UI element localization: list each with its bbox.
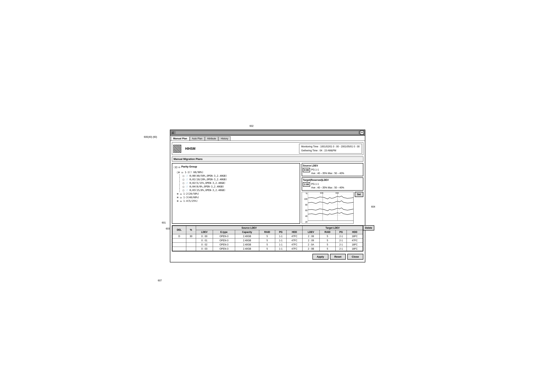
title-bar: 🖨 ✕	[170, 130, 365, 135]
chart-annotation-606: 606	[335, 192, 339, 194]
list-item[interactable]: □ 📄 0;02(5/15%,OPEN-3,2.40GB)	[179, 181, 298, 185]
delete-button[interactable]: Delete	[363, 225, 374, 230]
source-stats: Ave : 40→35% Max : 50→40%	[311, 172, 344, 175]
source-time-badge: 0:00	[303, 168, 310, 172]
main-window: 🖨 ✕ Manual Plan Auto Plan Attribute Hist…	[170, 130, 365, 262]
cell-t-hdd: 18FC	[347, 243, 363, 247]
main-panels: □⊡ 🗂 Parity Group □⊟ 🗂 1-1(! 60/90%) □ 📄…	[172, 163, 363, 224]
col-del: DEL	[172, 226, 186, 234]
list-item[interactable]: □ 📄 0;04(0/0%,OPEN-3,2.40GB)	[179, 185, 298, 188]
cell-t-hdd: 47FC	[347, 238, 363, 243]
col-raid: RAID	[259, 230, 275, 234]
annotation-603: 603	[166, 227, 170, 230]
tab-auto-plan[interactable]: Auto Plan	[190, 136, 205, 140]
cell-pct	[186, 243, 196, 247]
chart-label-80: 80	[302, 204, 307, 206]
tree-item-label: 0;02(5/15%,OPEN-3,2.40GB)	[189, 182, 226, 184]
set-button[interactable]: Set	[355, 192, 363, 197]
apply-button[interactable]: Apply	[312, 254, 328, 260]
file-icon: □	[183, 185, 184, 188]
reset-button[interactable]: Reset	[330, 254, 346, 260]
monitoring-time-value: 1001/02/01 0 : 00 - 2001/05/01 0 : 00	[320, 145, 360, 148]
cell-t-ldev: 2 : 0A	[302, 243, 320, 247]
cell-t-pg: 2-1	[335, 243, 347, 247]
cell-t-ldev: 2 : 0B	[302, 247, 320, 251]
cell-t-ldev: 2 : 08	[302, 234, 320, 238]
tab-history[interactable]: History	[219, 136, 230, 140]
tree-expand-icon-1-1: □⊟	[177, 171, 180, 174]
tree-expand-icon: ⊞	[177, 200, 178, 202]
tree-expand-icon: ⊞	[177, 192, 178, 195]
cell-s-hdd: 47FC	[286, 243, 302, 247]
tree-item-label: 1-2(20/50%)	[183, 192, 199, 195]
cell-s-hdd: 47FC	[286, 247, 302, 251]
cell-s-pg: 1-1	[275, 243, 286, 247]
header-section: HIHSM Monitoring Time : 1001/02/01 0 : 0…	[172, 142, 363, 155]
table-row: D 30 0 : 00 OPEN-3 2.40GB 5 1-1 47FC 2 :…	[172, 234, 363, 238]
target-pg: PG.1-1	[311, 182, 344, 186]
col-pct: %	[186, 226, 196, 234]
file-icon: □	[183, 174, 184, 177]
parity-expand-icon: □⊡	[174, 166, 178, 169]
gathering-time-value: 04 : 15 AM&PM	[320, 149, 336, 152]
parity-group-title: Parity Group	[181, 165, 197, 168]
cell-s-pg: 1-1	[275, 247, 286, 251]
content-area: HIHSM Monitoring Time : 1001/02/01 0 : 0…	[170, 141, 365, 262]
list-item[interactable]: □ 📄 0;01(10/20%,OPEN-3,2.40GB)	[179, 178, 298, 181]
list-item[interactable]: □ 📄 0;03(15/8%,OPEN-3,2.40GB)	[179, 188, 298, 192]
cell-t-ldev: 2 : 09	[302, 238, 320, 243]
cell-t-raid: 5	[319, 243, 335, 247]
title-bar-fill	[176, 131, 358, 134]
annotation-607: 607	[158, 279, 162, 282]
col-ldev: LDEV	[196, 230, 213, 234]
col-t-raid: RAID	[319, 230, 335, 234]
hihsm-icon	[173, 145, 181, 153]
cell-t-pg: 2-1	[335, 238, 347, 243]
list-item[interactable]: ⊞ 🗂 1-4(5/25%)	[174, 199, 298, 203]
cell-del	[172, 243, 186, 247]
bottom-buttons: Apply Reset Close	[172, 253, 363, 260]
file-icon: □	[183, 178, 184, 181]
tree-expand-icon: ⊞	[177, 196, 178, 199]
list-item[interactable]: ⊞ 🗂 1-3(40/60%)	[174, 196, 298, 199]
list-item[interactable]: ⊞ 🗂 1-2(20/50%)	[174, 192, 298, 196]
gathering-time-label: Gethering Time :	[301, 149, 319, 152]
target-time-badge: 2:08	[303, 182, 310, 187]
chart-label-40: 40	[302, 215, 307, 217]
annotation-600: 600(40) (60)	[144, 135, 157, 138]
tab-manual-plan[interactable]: Manual Plan	[171, 136, 189, 140]
file-icon: □	[183, 189, 184, 192]
list-item[interactable]: □ 📄 0;00(40/50%,OPEN-3,2.40GB)	[179, 174, 298, 178]
cell-t-pg: 2-1	[335, 247, 347, 251]
chart-label-20: 20	[302, 221, 307, 223]
cell-t-raid: 5	[319, 238, 335, 243]
cell-s-pg: 1-1	[275, 238, 286, 243]
close-button[interactable]: ✕	[360, 131, 364, 135]
table-row: 0 : 01 OPEN-3 2.40GB 5 1-1 47FC 2 : 09 5…	[172, 238, 363, 243]
col-t-pg: PG	[335, 230, 347, 234]
tree-item-label: 0;00(40/50%,OPEN-3,2.40GB)	[189, 174, 227, 177]
cell-s-raid: 5	[259, 234, 275, 238]
source-pg: PG.1-1	[311, 168, 344, 172]
table-row: 0 : 02 OPEN-3 2.40GB 5 1-1 47FC 2 : 0A 5…	[172, 243, 363, 247]
tree-item-label: 1-4(5/25%)	[183, 200, 198, 202]
cell-t-pg: 2-1	[335, 234, 347, 238]
cell-s-ldev: 0 : 01	[196, 238, 213, 243]
cell-s-hdd: 47FC	[286, 238, 302, 243]
source-ldev-box: Source LDEV 0:00 PG.1-1 Ave : 40→35% Max…	[302, 163, 363, 176]
tree-item-label: 1-1(! 60/90%)	[185, 171, 203, 174]
cell-t-raid: 5	[319, 234, 335, 238]
list-item[interactable]: □⊟ 🗂 1-1(! 60/90%)	[174, 170, 298, 174]
table-container: DEL % Source LDEV Target LDEV LDEV E.typ…	[172, 225, 363, 252]
target-ldev-title: Target(Reserved)LDEV	[303, 179, 362, 182]
tab-attribute[interactable]: Attribute	[205, 136, 218, 140]
target-ldev-box: Target(Reserved)LDEV 2:08 PG.1-1 Ave : 4…	[302, 177, 363, 191]
cell-s-etype: OPEN-3	[213, 243, 235, 247]
chart-area: % 100 80 60 40 20	[302, 192, 354, 224]
close-button-bottom[interactable]: Close	[347, 254, 363, 260]
table-row: 0 : 03 OPEN-3 2.40GB 5 1-1 47FC 2 : 0B 5…	[172, 247, 363, 251]
chart-svg: 605 606	[308, 192, 353, 222]
col-capacity: Capacity	[235, 230, 259, 234]
cell-del	[172, 247, 186, 251]
cell-s-ldev: 0 : 03	[196, 247, 213, 251]
